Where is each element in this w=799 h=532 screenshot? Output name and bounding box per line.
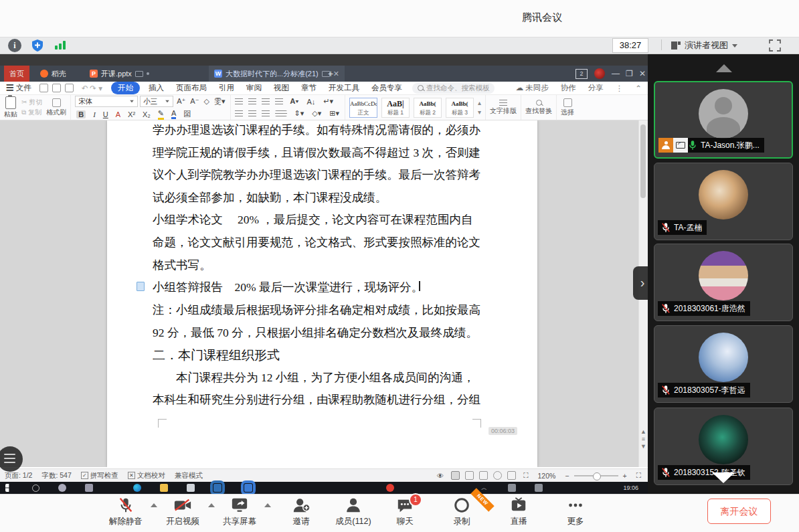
eye-icon[interactable]: 👁 xyxy=(437,472,444,480)
spellcheck-toggle[interactable]: ✓拼写检查 xyxy=(81,471,118,480)
char-border-icon[interactable]: 囶 xyxy=(183,109,191,119)
align-center-icon[interactable] xyxy=(248,110,256,116)
zoom-slider-knob[interactable] xyxy=(593,472,601,480)
more-menu-icon[interactable]: ⋮ xyxy=(616,84,624,93)
restore-button[interactable]: ❐ xyxy=(626,66,633,82)
security-shield-icon[interactable] xyxy=(31,39,44,52)
share-button[interactable]: 分享 xyxy=(588,83,604,93)
style-normal[interactable]: AaBbCcDd正文 xyxy=(349,98,377,118)
minimize-button[interactable]: — xyxy=(612,66,620,82)
subscript-icon[interactable]: X₂ xyxy=(143,110,151,118)
participant-tile[interactable]: TA-Jason.张鹏... xyxy=(654,81,793,159)
menu-tab-member[interactable]: 会员专享 xyxy=(371,83,402,93)
zoom-slider[interactable] xyxy=(574,475,618,476)
style-heading3[interactable]: AaBb(标题 3 xyxy=(446,98,474,118)
close-button[interactable]: ✕ xyxy=(639,66,646,82)
menu-tab-review[interactable]: 审阅 xyxy=(246,83,262,93)
italic-button[interactable]: I xyxy=(93,110,96,118)
wps-new-tab-button[interactable]: + xyxy=(323,66,339,82)
meeting-info-icon[interactable]: i xyxy=(8,39,21,52)
view-mode-button[interactable]: 演讲者视图 xyxy=(671,38,737,53)
fullscreen-icon[interactable] xyxy=(768,39,782,52)
tray-expand-icon[interactable]: ︿ xyxy=(481,484,489,492)
bullet-list-icon[interactable] xyxy=(235,98,243,104)
text-direction-icon[interactable]: 𝐀▾ xyxy=(290,97,298,106)
menu-tab-home[interactable]: 开始 xyxy=(111,82,140,94)
undo-icon[interactable]: ↶ xyxy=(82,84,88,93)
leave-meeting-button[interactable]: 离开会议 xyxy=(707,499,771,524)
fullpage-icon[interactable]: ⛶ xyxy=(636,471,641,480)
zoom-level[interactable]: 120% xyxy=(538,472,556,480)
people-icon[interactable] xyxy=(58,484,66,492)
shading-icon[interactable]: A xyxy=(171,109,176,119)
preview-icon[interactable] xyxy=(65,84,74,92)
outline-view-icon[interactable] xyxy=(465,471,474,480)
proofing-toggle[interactable]: ✕文档校对 xyxy=(128,471,165,480)
collapse-ribbon-icon[interactable]: ⌃ xyxy=(635,84,642,93)
select-button[interactable]: 选择 xyxy=(561,98,574,117)
sort-icon[interactable]: A↓ xyxy=(307,98,316,106)
borders-icon[interactable]: ⊞▾ xyxy=(329,109,339,118)
scrollbar-thumb[interactable] xyxy=(640,124,646,198)
command-search-input[interactable]: 查找命令、搜索模板 xyxy=(412,83,495,94)
active-app-icon[interactable] xyxy=(244,484,252,492)
underline-button[interactable]: U xyxy=(103,110,108,118)
sync-status[interactable]: ☁ 未同步 xyxy=(516,83,549,93)
menu-tab-references[interactable]: 引用 xyxy=(219,83,234,93)
share-options-caret[interactable] xyxy=(264,503,271,507)
edge-browser-icon[interactable] xyxy=(133,484,141,492)
page-view-icon[interactable] xyxy=(451,471,460,480)
window-count-badge[interactable]: 2 xyxy=(575,69,588,79)
wps-tab-home[interactable]: 首页 xyxy=(4,66,29,82)
redo-icon[interactable]: ↷ ▾ xyxy=(90,84,102,93)
align-left-icon[interactable] xyxy=(235,110,243,116)
more-button[interactable]: 更多 xyxy=(549,497,602,527)
read-view-icon[interactable] xyxy=(479,471,488,480)
menu-tab-section[interactable]: 章节 xyxy=(301,83,317,93)
wps-tab-pptx[interactable]: P开课.pptx xyxy=(84,66,155,82)
start-video-button[interactable]: 开启视频 xyxy=(156,497,209,527)
live-stream-button[interactable]: 直播 xyxy=(492,497,545,527)
clear-format-icon[interactable]: ◇ xyxy=(203,97,209,106)
zoom-out-button[interactable]: − xyxy=(565,472,569,480)
unmute-button[interactable]: 解除静音 xyxy=(99,497,153,527)
format-painter-button[interactable]: 格式刷 xyxy=(46,98,66,117)
comment-marker-icon[interactable] xyxy=(137,282,145,291)
scroll-up-arrow[interactable] xyxy=(716,64,732,72)
share-screen-button[interactable]: 共享屏幕 xyxy=(213,497,266,527)
bold-button[interactable]: B xyxy=(76,110,86,118)
participant-tile[interactable]: 2018303057-李哲远 xyxy=(654,325,793,403)
font-family-select[interactable]: 宋体 xyxy=(75,96,138,107)
style-gallery-scroll[interactable]: ▴▾ xyxy=(478,99,481,116)
task-view-icon[interactable] xyxy=(85,484,93,492)
collaborate-button[interactable]: 协作 xyxy=(561,83,576,93)
cut-button[interactable]: ✂ 剪切 xyxy=(21,98,42,107)
paragraph-mark-icon[interactable]: ↵▾ xyxy=(323,97,333,106)
text-layout-button[interactable]: 文字排版 xyxy=(490,100,517,116)
wps-tab-docer[interactable]: 稻壳 xyxy=(35,66,72,82)
invite-button[interactable]: 邀请 xyxy=(274,497,328,527)
print-icon[interactable] xyxy=(52,84,61,92)
menu-file[interactable]: ☰ 文件 xyxy=(6,83,31,93)
fit-page-icon[interactable]: ⛶ xyxy=(523,471,528,480)
web-view-icon[interactable] xyxy=(493,471,502,480)
style-heading1[interactable]: AaB|标题 1 xyxy=(381,98,410,118)
font-color-icon[interactable]: A xyxy=(116,110,120,118)
find-replace-button[interactable]: 查找替换 xyxy=(525,100,552,116)
grow-font-icon[interactable]: A⁺ xyxy=(177,97,185,106)
highlight-icon[interactable]: ✎ xyxy=(158,109,164,120)
members-button[interactable]: 成员(112) xyxy=(327,497,380,527)
active-app-icon[interactable] xyxy=(213,484,221,492)
copy-button[interactable]: ⧉ 复制 xyxy=(21,108,41,117)
fill-color-icon[interactable]: ◇▾ xyxy=(312,109,321,118)
tray-icon[interactable] xyxy=(508,484,516,492)
menu-tab-view[interactable]: 视图 xyxy=(274,83,289,93)
menu-tab-insert[interactable]: 插入 xyxy=(149,83,164,93)
scroll-down-arrow[interactable] xyxy=(712,472,735,483)
document-page[interactable]: 学办办理退选该门课程的手续。如有特殊情况需请假的，必须办 理学院正规的请假手续，… xyxy=(107,120,537,467)
font-size-select[interactable]: 小三 xyxy=(140,96,173,107)
file-explorer-icon[interactable] xyxy=(160,484,168,492)
tray-icon[interactable] xyxy=(535,484,543,492)
save-icon[interactable] xyxy=(39,84,48,92)
account-avatar[interactable] xyxy=(594,68,605,79)
